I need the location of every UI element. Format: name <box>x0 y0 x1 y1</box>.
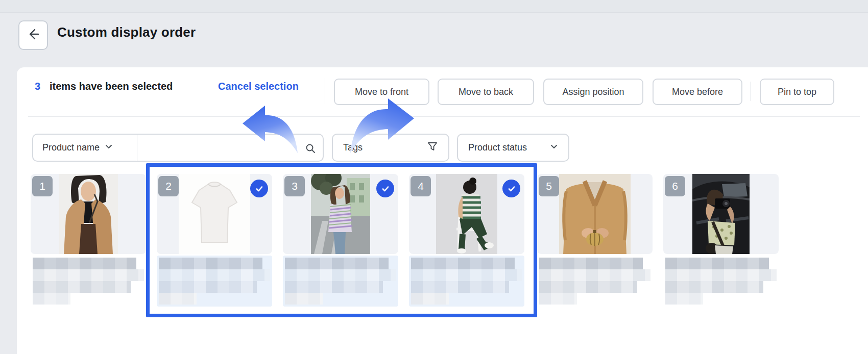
toolbar-separator-line <box>28 116 860 117</box>
censored-product-info <box>663 256 779 307</box>
cancel-selection-link[interactable]: Cancel selection <box>218 81 299 92</box>
product-photo-camel-cardigan <box>559 174 631 254</box>
product-card-6[interactable]: 6 <box>663 174 779 317</box>
product-status-dropdown[interactable]: Product status <box>457 134 569 162</box>
product-card-1[interactable]: 1 <box>31 174 146 317</box>
page-title: Custom display order <box>57 24 196 40</box>
top-strip <box>0 0 868 13</box>
product-photo-white-tshirt <box>179 174 250 254</box>
move-to-front-button[interactable]: Move to front <box>334 79 429 105</box>
toolbar-divider-2 <box>751 82 751 101</box>
position-badge: 6 <box>665 176 685 196</box>
product-card-5[interactable]: 5 <box>537 174 653 317</box>
censored-product-info <box>283 256 398 307</box>
back-button[interactable] <box>18 20 48 50</box>
product-photo-chair-model <box>436 174 497 254</box>
selected-checkmark-icon[interactable] <box>502 180 520 197</box>
position-badge: 1 <box>32 176 53 196</box>
tags-filter[interactable]: Tags <box>332 134 449 162</box>
selected-count: 3 <box>35 81 40 92</box>
search-filter-group: Product name <box>32 134 324 162</box>
product-photo-street-cardigan <box>311 174 370 254</box>
product-card-2[interactable]: 2 <box>157 174 272 317</box>
pin-to-top-button[interactable]: Pin to top <box>760 79 834 105</box>
censored-product-info <box>31 256 146 307</box>
position-badge: 3 <box>284 176 305 196</box>
position-badge: 2 <box>158 176 179 196</box>
field-dropdown-label: Product name <box>42 142 100 153</box>
search-input[interactable] <box>137 135 323 161</box>
product-photo-camel-coat <box>59 174 118 254</box>
funnel-filter-icon <box>427 141 438 155</box>
chevron-down-icon <box>105 142 113 153</box>
position-badge: 5 <box>539 176 559 196</box>
move-before-button[interactable]: Move before <box>653 79 742 105</box>
tags-label: Tags <box>343 142 363 153</box>
toolbar-divider <box>325 78 325 104</box>
censored-product-info <box>537 256 653 307</box>
selected-checkmark-icon[interactable] <box>376 180 394 197</box>
position-badge: 4 <box>411 176 431 196</box>
assign-position-button[interactable]: Assign position <box>543 79 643 105</box>
product-card-4[interactable]: 4 <box>409 174 524 317</box>
product-card-3[interactable]: 3 <box>283 174 398 317</box>
arrow-left-icon <box>26 27 40 43</box>
field-dropdown[interactable]: Product name <box>33 135 137 161</box>
magnifier-icon <box>304 142 317 157</box>
chevron-down-icon <box>550 142 558 153</box>
search-field <box>137 135 323 161</box>
selected-message: items have been selected <box>50 81 173 92</box>
censored-product-info <box>157 256 272 307</box>
censored-product-info <box>409 256 524 307</box>
product-photo-camera-model <box>692 174 750 254</box>
main-panel: 3 items have been selected Cancel select… <box>17 67 868 354</box>
selected-checkmark-icon[interactable] <box>250 180 268 197</box>
product-status-label: Product status <box>468 142 527 153</box>
move-to-back-button[interactable]: Move to back <box>438 79 534 105</box>
